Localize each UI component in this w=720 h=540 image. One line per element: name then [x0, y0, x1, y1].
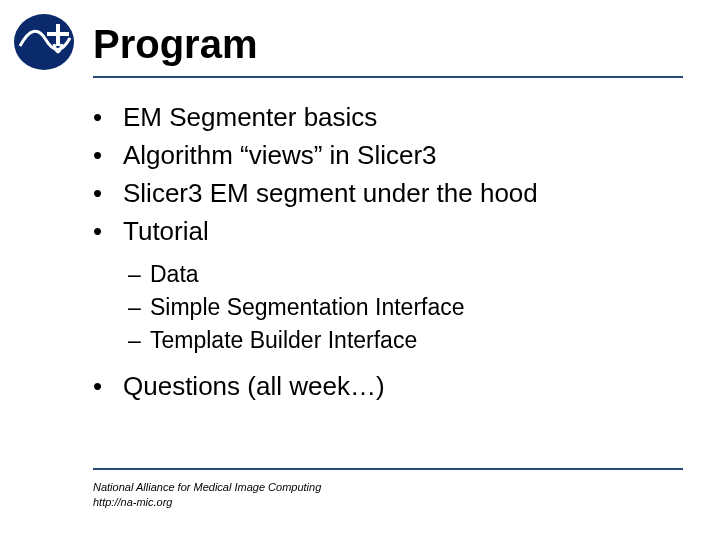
footer-line: National Alliance for Medical Image Comp… [93, 480, 321, 495]
bullet-text: EM Segmenter basics [123, 102, 377, 132]
bullet-list: Questions (all week…) [93, 369, 680, 404]
slide-content: EM Segmenter basics Algorithm “views” in… [93, 100, 680, 407]
slide-title: Program [93, 22, 258, 67]
title-underline [93, 76, 683, 78]
footer-line: http://na-mic.org [93, 495, 321, 510]
list-item: Slicer3 EM segment under the hood [93, 176, 680, 211]
sub-bullet-text: Simple Segmentation Interface [150, 294, 465, 320]
bullet-text: Slicer3 EM segment under the hood [123, 178, 538, 208]
list-item: Simple Segmentation Interface [128, 292, 680, 323]
list-item: Data [128, 259, 680, 290]
list-item: EM Segmenter basics [93, 100, 680, 135]
namic-logo-icon [12, 10, 76, 74]
footer: National Alliance for Medical Image Comp… [93, 480, 321, 510]
footer-rule [93, 468, 683, 470]
list-item: Algorithm “views” in Slicer3 [93, 138, 680, 173]
sub-bullet-list: Data Simple Segmentation Interface Templ… [93, 259, 680, 356]
bullet-text: Tutorial [123, 216, 209, 246]
list-item: Questions (all week…) [93, 369, 680, 404]
bullet-text: Questions (all week…) [123, 371, 385, 401]
sub-bullet-text: Data [150, 261, 199, 287]
sub-bullet-text: Template Builder Interface [150, 327, 417, 353]
bullet-text: Algorithm “views” in Slicer3 [123, 140, 437, 170]
list-item: Template Builder Interface [128, 325, 680, 356]
svg-rect-2 [47, 32, 69, 36]
list-item: Tutorial [93, 214, 680, 249]
slide: Program EM Segmenter basics Algorithm “v… [0, 0, 720, 540]
bullet-list: EM Segmenter basics Algorithm “views” in… [93, 100, 680, 249]
